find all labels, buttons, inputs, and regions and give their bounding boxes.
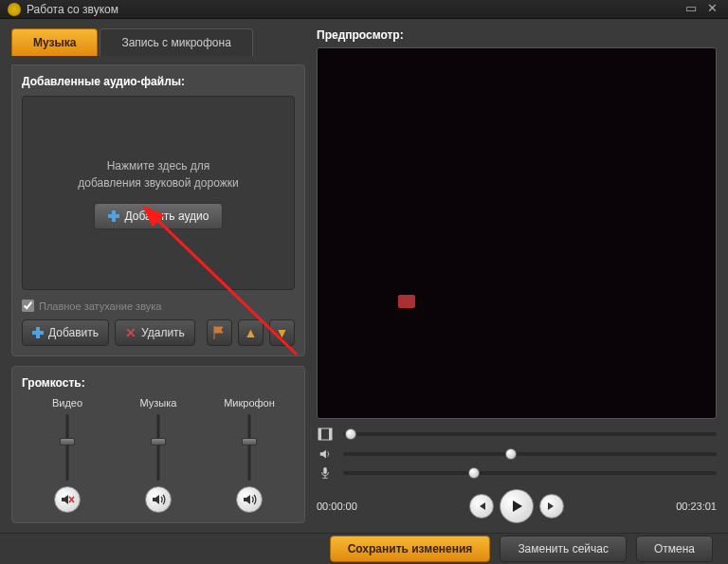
tab-microphone[interactable]: Запись с микрофона — [100, 28, 252, 56]
plus-icon — [108, 210, 119, 222]
filmstrip-icon — [317, 427, 334, 442]
volume-music-mute[interactable] — [145, 486, 172, 513]
play-button[interactable] — [500, 489, 534, 523]
play-icon — [509, 499, 524, 514]
window-title: Работа со звуком — [27, 3, 679, 16]
preview-viewport — [317, 47, 717, 419]
speaker-muted-icon — [60, 492, 75, 507]
volume-panel: Громкость: Видео Музыка — [11, 366, 305, 523]
add-audio-label: Добавить аудио — [125, 209, 209, 223]
speaker-icon — [242, 492, 257, 507]
volume-mic-slider[interactable] — [240, 414, 259, 481]
speaker-icon — [151, 492, 166, 507]
tab-music[interactable]: Музыка — [11, 28, 98, 56]
speaker-icon — [317, 447, 334, 461]
volume-music-label: Музыка — [140, 397, 177, 409]
arrow-up-icon: ▲ — [245, 325, 258, 340]
fade-checkbox-row: Плавное затухание звука — [22, 300, 295, 312]
app-icon — [8, 3, 21, 16]
volume-title: Громкость: — [22, 376, 295, 390]
skip-forward-icon — [546, 500, 557, 512]
close-button[interactable]: ✕ — [703, 1, 720, 18]
preview-frame-marker — [398, 295, 415, 308]
volume-music-slider[interactable] — [149, 414, 168, 481]
svg-rect-2 — [318, 428, 321, 440]
prev-button[interactable] — [469, 494, 494, 519]
volume-music: Музыка — [120, 397, 196, 513]
save-button[interactable]: Сохранить изменения — [330, 536, 491, 562]
dropzone-hint: Нажмите здесь для добавления звуковой до… — [78, 157, 238, 191]
volume-mic: Микрофон — [211, 397, 287, 513]
volume-video: Видео — [29, 397, 105, 513]
volume-mic-label: Микрофон — [224, 397, 275, 409]
files-toolbar: Добавить ✕ Удалить ▲ ▼ — [22, 319, 295, 346]
plus-icon — [32, 327, 44, 338]
add-audio-button[interactable]: Добавить аудио — [94, 203, 224, 229]
minimize-button[interactable]: ▭ — [682, 1, 700, 18]
skip-back-icon — [476, 500, 487, 512]
toolbar-add-button[interactable]: Добавить — [22, 319, 109, 346]
microphone-icon — [317, 466, 334, 480]
replace-button[interactable]: Заменить сейчас — [500, 536, 627, 562]
toolbar-flag-button[interactable] — [207, 319, 232, 346]
next-button[interactable] — [539, 494, 564, 519]
fade-checkbox-label: Плавное затухание звука — [39, 300, 161, 312]
cancel-button[interactable]: Отмена — [636, 536, 713, 562]
arrow-down-icon: ▼ — [276, 325, 289, 340]
toolbar-delete-button[interactable]: ✕ Удалить — [115, 319, 195, 346]
timeline-slider[interactable] — [343, 428, 717, 441]
footer: Сохранить изменения Заменить сейчас Отме… — [0, 533, 728, 564]
total-time: 00:23:01 — [676, 500, 717, 512]
toolbar-down-button[interactable]: ▼ — [269, 319, 295, 346]
files-panel-title: Добавленные аудио-файлы: — [22, 75, 295, 88]
volume-video-label: Видео — [52, 397, 82, 409]
tabs: Музыка Запись с микрофона — [11, 28, 305, 56]
x-icon: ✕ — [125, 325, 136, 340]
svg-rect-3 — [329, 428, 332, 440]
toolbar-up-button[interactable]: ▲ — [238, 319, 264, 346]
audio-dropzone[interactable]: Нажмите здесь для добавления звуковой до… — [22, 96, 295, 290]
preview-volume-slider[interactable] — [343, 447, 717, 461]
flag-icon — [213, 326, 225, 339]
files-panel: Добавленные аудио-файлы: Нажмите здесь д… — [11, 64, 305, 356]
volume-mic-mute[interactable] — [236, 486, 263, 513]
titlebar: Работа со звуком ▭ ✕ — [0, 0, 728, 19]
volume-video-slider[interactable] — [58, 414, 77, 481]
current-time: 00:00:00 — [317, 500, 357, 512]
preview-title: Предпросмотр: — [317, 28, 717, 42]
fade-checkbox[interactable] — [22, 300, 34, 312]
volume-video-mute[interactable] — [54, 486, 81, 513]
preview-mic-slider[interactable] — [343, 466, 717, 480]
svg-rect-4 — [323, 467, 327, 474]
